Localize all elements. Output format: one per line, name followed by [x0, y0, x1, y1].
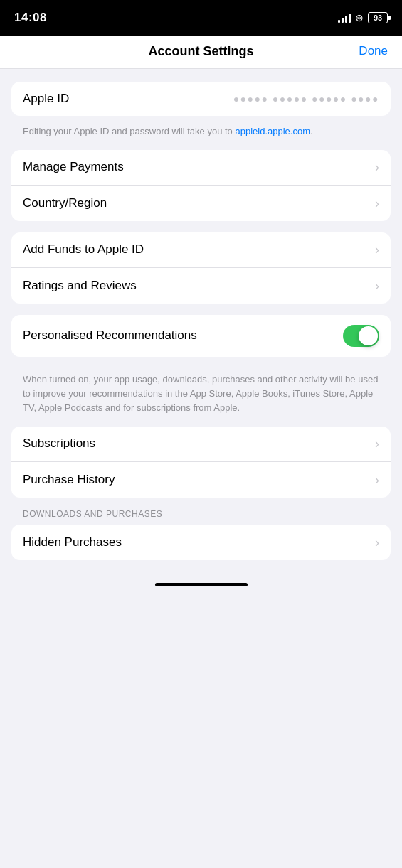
- manage-payments-label: Manage Payments: [23, 160, 124, 174]
- page-title: Account Settings: [148, 44, 253, 59]
- chevron-right-icon: ›: [375, 243, 379, 256]
- chevron-right-icon: ›: [375, 161, 379, 173]
- downloads-section-header: DOWNLOADS AND PURCHASES: [11, 509, 391, 525]
- chevron-right-icon: ›: [375, 437, 379, 450]
- subscriptions-label: Subscriptions: [23, 436, 95, 451]
- apple-id-value: ●●●●● ●●●●● ●●●●● ●●●●: [233, 93, 379, 105]
- apple-id-helper: Editing your Apple ID and password will …: [11, 120, 391, 150]
- subscriptions-row[interactable]: Subscriptions ›: [11, 427, 391, 462]
- downloads-card: Hidden Purchases ›: [11, 525, 391, 560]
- recommendations-toggle[interactable]: [343, 325, 379, 347]
- subscriptions-card: Subscriptions › Purchase History ›: [11, 427, 391, 498]
- home-bar: [155, 583, 248, 586]
- chevron-right-icon: ›: [375, 279, 379, 292]
- ratings-reviews-label: Ratings and Reviews: [23, 279, 137, 293]
- apple-id-card: Apple ID ●●●●● ●●●●● ●●●●● ●●●●: [11, 82, 391, 116]
- purchase-history-label: Purchase History: [23, 473, 115, 487]
- country-region-row[interactable]: Country/Region ›: [11, 186, 391, 221]
- navigation-bar: Account Settings Done: [0, 36, 402, 69]
- purchase-history-row[interactable]: Purchase History ›: [11, 462, 391, 498]
- chevron-right-icon: ›: [375, 536, 379, 549]
- apple-id-row[interactable]: Apple ID ●●●●● ●●●●● ●●●●● ●●●●: [23, 92, 379, 106]
- manage-payments-row[interactable]: Manage Payments ›: [11, 150, 391, 186]
- country-region-label: Country/Region: [23, 196, 107, 210]
- apple-id-label: Apple ID: [23, 92, 69, 106]
- hidden-purchases-label: Hidden Purchases: [23, 535, 122, 550]
- signal-icon: [338, 13, 351, 23]
- home-indicator: [0, 572, 402, 592]
- add-funds-label: Add Funds to Apple ID: [23, 242, 144, 257]
- funds-card: Add Funds to Apple ID › Ratings and Revi…: [11, 232, 391, 304]
- payments-card: Manage Payments › Country/Region ›: [11, 150, 391, 221]
- wifi-icon: ⊛: [355, 12, 364, 23]
- recommendations-toggle-row: Personalised Recommendations: [11, 315, 391, 357]
- apple-id-link[interactable]: appleid.apple.com: [235, 126, 310, 136]
- add-funds-row[interactable]: Add Funds to Apple ID ›: [11, 232, 391, 268]
- status-time: 14:08: [14, 11, 47, 25]
- helper-prefix: Editing your Apple ID and password will …: [23, 126, 235, 136]
- content-area: Apple ID ●●●●● ●●●●● ●●●●● ●●●● Editing …: [0, 69, 402, 560]
- battery-icon: 93: [368, 12, 388, 23]
- toggle-thumb: [359, 326, 378, 345]
- recommendations-card: Personalised Recommendations: [11, 315, 391, 357]
- recommendations-description: When turned on, your app usage, download…: [11, 368, 391, 427]
- done-button[interactable]: Done: [359, 44, 388, 58]
- hidden-purchases-row[interactable]: Hidden Purchases ›: [11, 525, 391, 560]
- status-icons: ⊛ 93: [338, 12, 388, 23]
- recommendations-label: Personalised Recommendations: [23, 328, 197, 343]
- helper-suffix: .: [310, 126, 313, 136]
- chevron-right-icon: ›: [375, 197, 379, 210]
- status-bar: 14:08 ⊛ 93: [0, 0, 402, 36]
- chevron-right-icon: ›: [375, 473, 379, 486]
- ratings-reviews-row[interactable]: Ratings and Reviews ›: [11, 268, 391, 304]
